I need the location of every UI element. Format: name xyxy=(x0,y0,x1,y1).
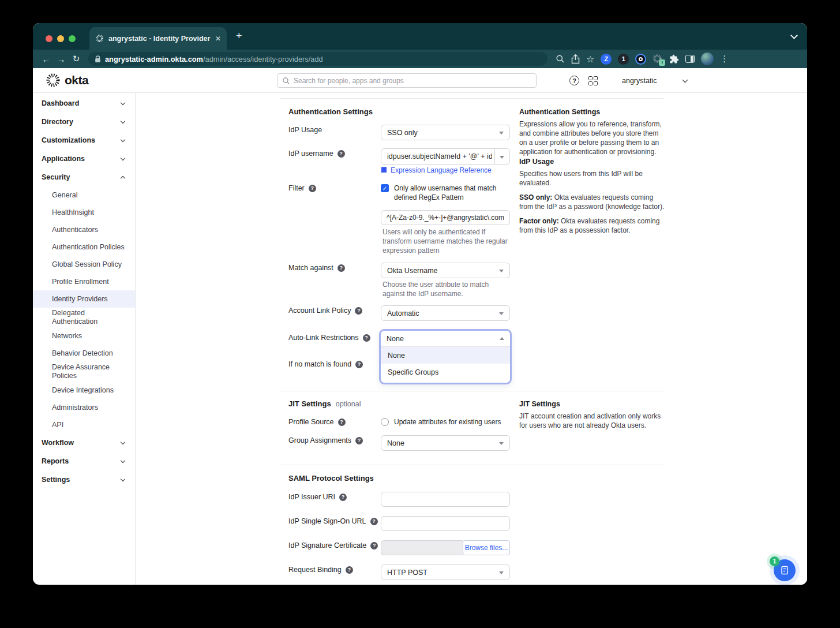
help-usage-heading: IdP Usage xyxy=(519,157,668,166)
url-bar[interactable]: angrystatic-admin.okta.com/admin/access/… xyxy=(88,52,548,66)
help-icon[interactable]: ? xyxy=(337,264,345,272)
sidebar-item-networks[interactable]: Networks xyxy=(33,327,135,345)
close-window-button[interactable] xyxy=(46,35,52,42)
account-link-policy-value: Automatic xyxy=(387,309,419,317)
help-icon[interactable]: ? xyxy=(355,307,362,315)
chevron-down-icon xyxy=(499,442,504,445)
idp-issuer-uri-input[interactable] xyxy=(381,492,510,507)
sidebar-item-identity-providers[interactable]: Identity Providers xyxy=(33,290,135,308)
help-icon[interactable]: ? xyxy=(309,185,316,192)
search-icon xyxy=(282,77,290,85)
help-icon[interactable]: ? xyxy=(338,418,346,426)
browse-files-button[interactable]: Browse files... xyxy=(463,540,510,555)
chevron-down-icon[interactable] xyxy=(790,32,798,39)
browser-menu-icon[interactable]: ⋮ xyxy=(720,54,729,64)
auto-link-restrictions-combobox[interactable]: None NoneSpecific Groups xyxy=(379,329,512,384)
sidebar-item-workflow[interactable]: Workflow xyxy=(33,433,135,452)
sidebar-item-customizations[interactable]: Customizations xyxy=(33,131,135,149)
sidebar-item-administrators[interactable]: Administrators xyxy=(33,399,135,416)
idp-issuer-uri-field[interactable] xyxy=(381,492,510,507)
sidebar-item-device-integrations[interactable]: Device Integrations xyxy=(33,382,135,399)
sidebar-item-authenticators[interactable]: Authenticators xyxy=(33,221,135,238)
help-icon[interactable]: ? xyxy=(370,542,378,550)
filter-checkbox-label: Only allow usernames that match defined … xyxy=(394,184,512,202)
z-extension-icon[interactable]: Z xyxy=(601,54,612,65)
match-against-select[interactable]: Okta Username xyxy=(381,263,510,278)
help-icon[interactable]: ? xyxy=(346,566,353,574)
sidebar-item-reports[interactable]: Reports xyxy=(33,452,135,470)
account-name[interactable]: angrystatic xyxy=(622,77,657,85)
share-icon[interactable] xyxy=(571,54,580,64)
sidebar-item-healthinsight[interactable]: HealthInsight xyxy=(33,204,135,221)
chevron-down-icon xyxy=(121,119,125,124)
forward-icon[interactable]: → xyxy=(54,54,69,64)
auto-link-option-none[interactable]: None xyxy=(381,347,510,364)
chevron-up-icon xyxy=(121,175,125,180)
help-icon[interactable]: ? xyxy=(355,361,363,368)
apps-grid-icon[interactable] xyxy=(588,76,598,85)
sidebar-item-settings[interactable]: Settings xyxy=(33,470,135,489)
help-icon[interactable]: ? xyxy=(355,437,363,444)
sidebar-item-directory[interactable]: Directory xyxy=(33,113,135,131)
browser-tab[interactable]: angrystatic - Identity Providers ✕ xyxy=(89,27,227,50)
profile-avatar[interactable] xyxy=(701,53,714,65)
idp-usage-select[interactable]: SSO only xyxy=(381,125,510,140)
expression-language-link[interactable]: Expression Language Reference xyxy=(381,166,510,174)
sidebar-item-dashboard[interactable]: Dashboard xyxy=(33,94,135,113)
back-icon[interactable]: ← xyxy=(39,54,54,64)
browser-titlebar: angrystatic - Identity Providers ✕ + xyxy=(33,23,807,50)
search-input[interactable] xyxy=(294,77,531,85)
notification-count-badge: 1 xyxy=(770,556,779,566)
profile-source-checkbox-row[interactable]: Update attributes for existing users xyxy=(381,417,527,427)
sidebar-item-api[interactable]: API xyxy=(33,416,135,433)
global-search[interactable] xyxy=(277,73,537,88)
minimize-window-button[interactable] xyxy=(57,35,64,42)
sidebar-item-global-session-policy[interactable]: Global Session Policy xyxy=(33,256,135,273)
divider xyxy=(280,98,663,99)
sidebar-item-device-assurance-policies[interactable]: Device Assurance Policies xyxy=(33,362,135,382)
help-icon[interactable]: ? xyxy=(337,150,345,158)
okta-plugin-icon[interactable]: ! xyxy=(652,54,663,64)
idp-sso-url-input[interactable] xyxy=(381,516,510,531)
match-helper-text: Choose the user attribute to match again… xyxy=(382,280,508,298)
sidebar-item-general[interactable]: General xyxy=(33,186,135,204)
reload-icon[interactable]: ↻ xyxy=(69,54,84,64)
group-assignments-select[interactable]: None xyxy=(381,435,510,451)
idp-username-select[interactable]: idpuser.subjectNameId + '@' + idpuser.su xyxy=(381,148,510,165)
onepassword-extension-icon[interactable]: 1 xyxy=(618,54,629,65)
checked-checkbox-icon[interactable]: ✓ xyxy=(381,184,389,192)
side-panel-icon[interactable] xyxy=(685,55,695,63)
regex-input[interactable] xyxy=(381,210,510,225)
regex-field[interactable] xyxy=(381,210,510,225)
account-link-policy-select[interactable]: Automatic xyxy=(381,305,510,321)
help-sso-paragraph: SSO only: Okta evaluates requests coming… xyxy=(519,193,668,211)
filter-checkbox-row[interactable]: ✓ Only allow usernames that match define… xyxy=(381,184,512,202)
onepassword-account-icon[interactable] xyxy=(635,54,646,65)
sidebar-item-profile-enrollment[interactable]: Profile Enrollment xyxy=(33,273,135,290)
new-tab-button[interactable]: + xyxy=(236,30,242,42)
help-icon[interactable]: ? xyxy=(370,518,378,525)
help-icon[interactable]: ? xyxy=(339,494,347,501)
notification-badge: ! xyxy=(659,59,665,66)
sidebar-item-authentication-policies[interactable]: Authentication Policies xyxy=(33,238,135,256)
extensions-puzzle-icon[interactable] xyxy=(669,54,679,64)
bookmark-star-icon[interactable]: ☆ xyxy=(586,54,594,65)
sidebar-item-delegated-authentication[interactable]: Delegated Authentication xyxy=(33,308,135,327)
okta-logo[interactable]: okta xyxy=(46,73,88,88)
help-icon[interactable]: ? xyxy=(569,76,579,85)
sidebar-item-label: Delegated Authentication xyxy=(52,309,126,326)
search-icon[interactable] xyxy=(556,54,565,63)
unchecked-checkbox-icon[interactable] xyxy=(381,418,389,426)
sidebar-item-behavior-detection[interactable]: Behavior Detection xyxy=(33,345,135,362)
idp-sso-url-field[interactable] xyxy=(381,516,510,531)
auto-link-option-specific-groups[interactable]: Specific Groups xyxy=(381,364,510,380)
sidebar-item-applications[interactable]: Applications xyxy=(33,149,135,168)
sidebar-item-security[interactable]: Security xyxy=(33,168,135,186)
help-icon[interactable]: ? xyxy=(363,334,370,342)
tab-close-icon[interactable]: ✕ xyxy=(215,35,221,43)
zoom-window-button[interactable] xyxy=(69,35,76,42)
auto-link-selected-value[interactable]: None xyxy=(381,331,510,347)
sidebar-item-label: Customizations xyxy=(42,136,95,144)
request-binding-select[interactable]: HTTP POST xyxy=(381,565,510,580)
chevron-down-icon[interactable] xyxy=(682,77,688,83)
